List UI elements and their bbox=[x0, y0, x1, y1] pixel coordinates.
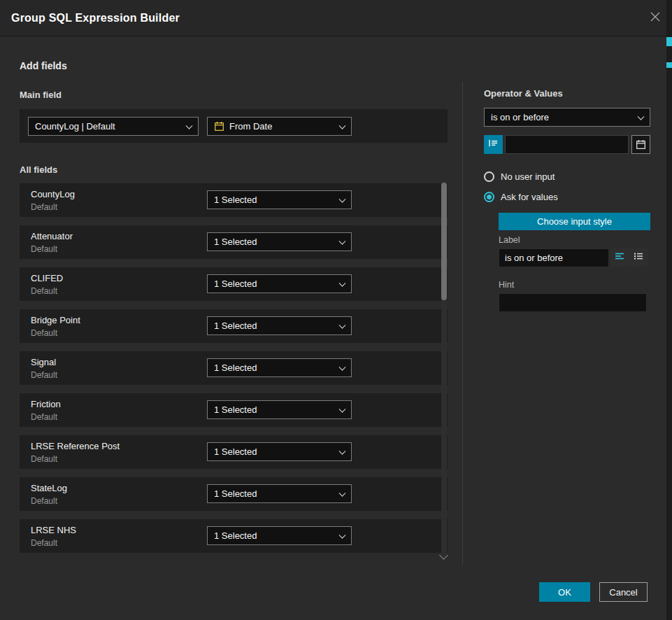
main-field-select[interactable]: From Date bbox=[207, 117, 352, 136]
cancel-button[interactable]: Cancel bbox=[599, 582, 648, 602]
ok-button[interactable]: OK bbox=[539, 582, 590, 602]
single-line-input-icon bbox=[615, 251, 624, 264]
field-subtitle: Default bbox=[31, 286, 57, 296]
field-value-select[interactable]: 1 Selected bbox=[207, 526, 352, 545]
value-input[interactable] bbox=[505, 135, 629, 154]
field-value-select[interactable]: 1 Selected bbox=[207, 316, 352, 335]
field-name: Bridge Point bbox=[31, 315, 80, 325]
dialog-title: Group SQL Expression Builder bbox=[11, 0, 180, 36]
field-row: LRSE NHS Default 1 Selected bbox=[20, 519, 448, 553]
all-fields-heading: All fields bbox=[20, 164, 57, 175]
field-value-select-value: 1 Selected bbox=[214, 279, 257, 289]
layer-select[interactable]: CountyLog | Default bbox=[28, 117, 199, 136]
chevron-down-icon bbox=[339, 321, 346, 328]
choose-input-style-button[interactable]: Choose input style bbox=[499, 213, 650, 230]
field-value-select-value: 1 Selected bbox=[214, 362, 257, 373]
field-input-icon bbox=[488, 138, 499, 151]
no-user-input-label: No user input bbox=[501, 171, 555, 182]
vertical-divider bbox=[462, 82, 463, 565]
field-value-select[interactable]: 1 Selected bbox=[207, 232, 352, 251]
operator-values-heading: Operator & Values bbox=[484, 88, 563, 99]
radio-selected-icon bbox=[484, 192, 494, 202]
chevron-down-icon bbox=[339, 447, 346, 454]
chevron-down-icon bbox=[339, 279, 346, 286]
add-fields-heading: Add fields bbox=[20, 60, 67, 71]
chevron-down-icon bbox=[186, 122, 193, 129]
field-value-select[interactable]: 1 Selected bbox=[207, 400, 352, 419]
list-style-toggle[interactable] bbox=[629, 248, 648, 267]
field-value-select[interactable]: 1 Selected bbox=[207, 442, 352, 461]
list-scrollbar-thumb[interactable] bbox=[441, 183, 447, 300]
chevron-down-icon bbox=[339, 489, 346, 496]
no-user-input-radio[interactable]: No user input bbox=[484, 171, 555, 182]
date-picker-button[interactable] bbox=[631, 135, 650, 154]
layer-select-value: CountyLog | Default bbox=[35, 121, 115, 132]
ask-for-values-label: Ask for values bbox=[501, 192, 558, 202]
close-button[interactable] bbox=[648, 11, 662, 25]
chevron-down-icon bbox=[339, 195, 346, 202]
close-icon bbox=[649, 10, 662, 26]
field-name: Attenuator bbox=[31, 231, 73, 241]
field-value-select[interactable]: 1 Selected bbox=[207, 484, 352, 503]
field-subtitle: Default bbox=[31, 538, 57, 548]
set-from-field-button[interactable] bbox=[484, 135, 503, 154]
hint-input[interactable] bbox=[499, 293, 647, 312]
field-value-select-value: 1 Selected bbox=[214, 488, 257, 499]
field-name: StateLog bbox=[31, 483, 67, 493]
field-value-select[interactable]: 1 Selected bbox=[207, 190, 352, 209]
chevron-down-icon bbox=[339, 405, 346, 412]
field-subtitle: Default bbox=[31, 496, 57, 506]
field-subtitle: Default bbox=[31, 412, 57, 422]
chevron-down-icon bbox=[339, 122, 346, 129]
field-value-select-value: 1 Selected bbox=[214, 195, 257, 205]
field-row: Signal Default 1 Selected bbox=[20, 351, 448, 385]
list-scrollbar[interactable] bbox=[441, 181, 447, 558]
dialog-titlebar: Group SQL Expression Builder bbox=[0, 0, 672, 36]
field-row: StateLog Default 1 Selected bbox=[20, 477, 448, 511]
field-row: LRSE Reference Post Default 1 Selected bbox=[20, 435, 448, 469]
field-value-select-value: 1 Selected bbox=[214, 320, 257, 331]
single-line-style-toggle[interactable] bbox=[610, 248, 629, 267]
scrollbar-tick bbox=[666, 62, 672, 68]
field-row: Friction Default 1 Selected bbox=[20, 393, 448, 427]
scrollbar-tick bbox=[666, 37, 672, 46]
field-value-select-value: 1 Selected bbox=[214, 530, 257, 541]
field-subtitle: Default bbox=[31, 370, 57, 380]
field-value-select[interactable]: 1 Selected bbox=[207, 358, 352, 377]
field-value-select-value: 1 Selected bbox=[214, 446, 257, 457]
field-value-select-value: 1 Selected bbox=[214, 404, 257, 415]
field-subtitle: Default bbox=[31, 202, 57, 212]
main-field-heading: Main field bbox=[20, 90, 62, 100]
field-name: LRSE NHS bbox=[31, 525, 76, 535]
field-name: CLIFED bbox=[31, 273, 63, 283]
field-subtitle: Default bbox=[31, 454, 57, 464]
main-field-select-value: From Date bbox=[229, 121, 272, 132]
hint-caption: Hint bbox=[499, 280, 514, 290]
field-subtitle: Default bbox=[31, 328, 57, 338]
label-input[interactable] bbox=[499, 248, 609, 267]
field-row: Attenuator Default 1 Selected bbox=[20, 225, 448, 259]
operator-select[interactable]: is on or before bbox=[484, 108, 650, 127]
chevron-down-icon bbox=[339, 531, 346, 538]
field-name: Friction bbox=[31, 399, 61, 409]
field-value-select[interactable]: 1 Selected bbox=[207, 274, 352, 293]
list-input-icon bbox=[634, 251, 643, 264]
chevron-down-icon bbox=[339, 237, 346, 244]
radio-unselected-icon bbox=[484, 171, 494, 182]
calendar-icon bbox=[214, 121, 224, 132]
field-row: CLIFED Default 1 Selected bbox=[20, 267, 448, 301]
field-name: Signal bbox=[31, 357, 56, 367]
field-name: CountyLog bbox=[31, 189, 75, 199]
label-caption: Label bbox=[499, 235, 520, 245]
field-row: CountyLog Default 1 Selected bbox=[20, 183, 448, 217]
page-scrollbar[interactable] bbox=[666, 0, 672, 620]
operator-select-value: is on or before bbox=[491, 112, 549, 122]
field-value-select-value: 1 Selected bbox=[214, 237, 257, 247]
field-row: Bridge Point Default 1 Selected bbox=[20, 309, 448, 343]
ask-for-values-radio[interactable]: Ask for values bbox=[484, 192, 558, 202]
chevron-down-icon bbox=[339, 363, 346, 370]
calendar-icon bbox=[636, 139, 646, 150]
chevron-down-icon bbox=[638, 113, 645, 120]
field-subtitle: Default bbox=[31, 244, 57, 254]
field-name: LRSE Reference Post bbox=[31, 441, 120, 451]
